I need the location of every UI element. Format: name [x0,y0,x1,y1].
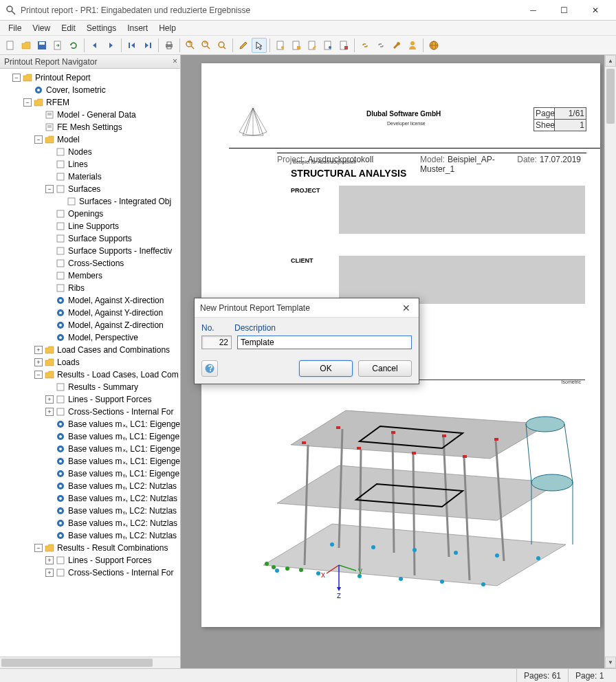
tree-item[interactable]: Members [0,270,180,282]
tree-item[interactable]: Line Supports [0,220,180,232]
minimize-button[interactable]: ─ [518,0,549,21]
tree-item[interactable]: Model, Against Z-direction [0,319,180,331]
tree-item[interactable]: Openings [0,208,180,220]
navigator-close-icon[interactable]: × [173,56,177,66]
no-input[interactable] [201,336,232,349]
menu-edit[interactable]: Edit [56,22,81,34]
doc3-button[interactable] [305,38,320,53]
doc5-button[interactable] [336,38,351,53]
tree-item[interactable]: +Cross-Sections - Internal For [0,406,180,418]
svg-line-88 [360,450,361,571]
svg-point-122 [285,566,289,571]
section-client-label: CLIENT [291,257,314,264]
preview-vscroll[interactable]: ▲ ▼ [604,55,616,668]
tree-item[interactable]: Model, Against Y-direction [0,307,180,319]
user-button[interactable] [405,38,420,53]
menu-file[interactable]: File [3,22,27,34]
tree-item[interactable]: Materials [0,170,180,183]
export-button[interactable] [50,38,65,53]
tree-root[interactable]: −Printout Report [0,72,180,84]
isometric-label: Isometric [562,380,581,384]
wrench-button[interactable] [389,38,404,53]
tree-item[interactable]: +Lines - Support Forces [0,393,180,406]
refresh-button[interactable] [66,38,81,53]
end-button[interactable] [140,38,155,53]
tree-item[interactable]: +Cross-Sections - Internal For [0,566,180,579]
start-button[interactable] [124,38,140,53]
tree-item[interactable]: Model, Perspective [0,331,180,344]
open-button[interactable] [19,38,34,53]
print-button[interactable] [162,38,177,53]
menu-insert[interactable]: Insert [122,22,153,34]
tree-item[interactable]: −Results - Result Combinations [0,542,180,554]
close-button[interactable]: ✕ [580,0,610,21]
new-button[interactable] [3,38,18,53]
link2-button[interactable] [373,38,388,53]
svg-rect-48 [57,248,64,254]
tree-rfem[interactable]: −RFEM [0,96,180,109]
tree-item[interactable]: Model, Against X-direction [0,294,180,307]
pointer-button[interactable] [252,38,267,53]
tree-item[interactable]: −Results - Load Cases, Load Com [0,368,180,381]
tree-cover[interactable]: Cover, Isometric [0,84,180,96]
cancel-button[interactable]: Cancel [358,360,412,377]
doc1-button[interactable] [273,38,288,53]
maximize-button[interactable]: ☐ [549,0,580,21]
tree-item[interactable]: Lines [0,158,180,170]
pencil-button[interactable] [236,38,251,53]
tree-surfaces[interactable]: −Surfaces [0,183,180,195]
first-page-button[interactable] [87,38,102,53]
tree-item[interactable]: Results - Summary [0,381,180,393]
tree-item[interactable]: Base values mₓ, LC1: Eigenge [0,418,180,430]
navigator-tree[interactable]: −Printout Report Cover, Isometric −RFEM … [0,69,180,657]
tree-item[interactable]: FE Mesh Settings [0,121,180,133]
svg-rect-49 [57,260,64,267]
menu-view[interactable]: View [27,22,56,34]
tree-item[interactable]: +Loads [0,356,180,368]
dialog-titlebar[interactable]: New Printout Report Template ✕ [195,298,419,318]
tree-item[interactable]: Base values mₓ, LC2: Nutzlas [0,492,180,505]
tree-item[interactable]: +Load Cases and Combinations [0,344,180,356]
zoom-fit-button[interactable] [214,38,230,53]
zoom-out-button[interactable]: − [199,38,214,53]
navigator-hscroll[interactable] [0,657,180,668]
tree-item[interactable]: Base values mₓ, LC2: Nutzlas [0,517,180,529]
tree-model[interactable]: −Model [0,133,180,146]
tree-item[interactable]: +Lines - Support Forces [0,554,180,566]
menu-help[interactable]: Help [153,22,182,34]
next-page-button[interactable] [103,38,118,53]
svg-point-0 [7,6,12,12]
tree-item[interactable]: Surface Supports [0,232,180,245]
doc4-button[interactable] [320,38,336,53]
save-button[interactable] [34,38,50,53]
tree-item[interactable]: Base values mᵧ, LC1: Eigenge [0,468,180,480]
svg-rect-7 [150,43,151,48]
tree-item[interactable]: Cross-Sections [0,257,180,270]
tree-item[interactable]: Surface Supports - Ineffectiv [0,245,180,257]
globe-button[interactable] [426,38,441,53]
tree-item[interactable]: Nodes [0,146,180,158]
svg-point-25 [329,46,331,49]
svg-point-55 [59,311,62,314]
svg-point-33 [37,89,40,91]
tree-item[interactable]: Base values mₓ, LC1: Eigenge [0,455,180,468]
tree-item[interactable]: Base values mᵧ, LC2: Nutzlas [0,480,180,492]
menu-settings[interactable]: Settings [81,22,122,34]
dialog-close-button[interactable]: ✕ [399,302,413,314]
section-project-box [339,186,585,234]
svg-point-102 [371,545,375,549]
zoom-in-button[interactable]: + [183,38,198,53]
tree-item[interactable]: Surfaces - Integrated Obj [0,195,180,208]
tree-item[interactable]: Model - General Data [0,109,180,121]
help-button[interactable]: ? [201,360,218,377]
tree-item[interactable]: Base values mᵧ, LC1: Eigenge [0,430,180,443]
svg-line-89 [413,454,415,575]
link1-button[interactable] [358,38,373,53]
tree-item[interactable]: Base values mᵧ, LC2: Nutzlas [0,529,180,542]
description-input[interactable] [237,336,412,349]
tree-item[interactable]: Base values mᵧ, LC2: Nutzlas [0,505,180,517]
ok-button[interactable]: OK [299,360,353,377]
tree-item[interactable]: Ribs [0,282,180,294]
tree-item[interactable]: Base values mₓ, LC1: Eigenge [0,443,180,455]
doc2-button[interactable] [289,38,304,53]
